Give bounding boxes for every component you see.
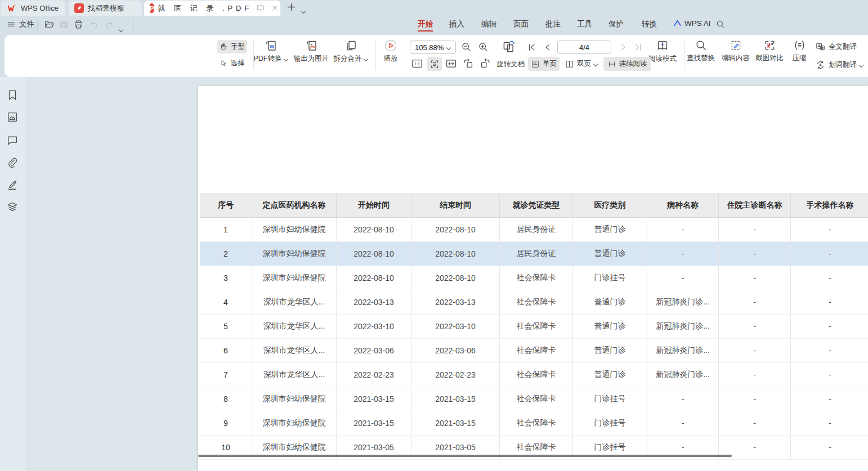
table-cell: 9	[200, 411, 252, 436]
column-header: 序号	[200, 193, 252, 218]
medical-records-table: 序号定点医药机构名称开始时间结束时间就诊凭证类型医疗类别病种名称住院主诊断名称手…	[200, 193, 868, 460]
wps-logo-icon	[7, 3, 17, 14]
comment-icon[interactable]	[6, 134, 19, 146]
split-merge-button[interactable]: 拆分合并	[332, 39, 369, 64]
table-cell: -	[719, 218, 791, 242]
export-image-button[interactable]: 输出为图片	[292, 39, 331, 64]
thumbnail-icon[interactable]	[6, 111, 19, 123]
actual-size-icon[interactable]: 1:1	[411, 58, 423, 69]
quickbar-chevron-icon[interactable]	[119, 28, 123, 32]
rotate-left-icon[interactable]	[462, 57, 475, 70]
table-cell: 普通门诊	[573, 363, 647, 387]
menu-item-edit[interactable]: 编辑	[480, 19, 498, 29]
play-button[interactable]: 播放	[378, 39, 403, 64]
tab-document-active[interactable]: P 就 医 记 录 .PDF	[144, 1, 280, 16]
tab-docer[interactable]: 找稻壳模板	[69, 1, 142, 16]
menu-item-insert[interactable]: 插入	[448, 19, 466, 29]
new-tab-icon[interactable]	[286, 2, 297, 12]
zoom-level-combo[interactable]: 105.88%	[410, 41, 456, 54]
table-row[interactable]: 1深圳市妇幼保健院2022-08-102022-08-10居民身份证普通门诊--…	[200, 218, 868, 242]
menu-item-tools[interactable]: 工具	[576, 19, 593, 29]
page-indicator-input[interactable]	[557, 41, 611, 54]
continuous-read-button[interactable]: 连续阅读	[603, 57, 651, 71]
screenshot-compare-button[interactable]: 截图对比	[753, 39, 786, 63]
save-icon[interactable]	[59, 19, 69, 30]
table-row[interactable]: 5深圳市龙华区人...2022-03-102022-03-10社会保障卡普通门诊…	[200, 315, 868, 339]
divider	[375, 41, 376, 70]
table-cell: 普通门诊	[573, 290, 647, 315]
fit-width-icon[interactable]	[445, 58, 457, 69]
zoom-in-icon[interactable]	[477, 41, 489, 53]
full-translate-button[interactable]: A 全文翻译	[815, 40, 857, 53]
single-page-button[interactable]: 单页	[528, 57, 560, 71]
menu-item-home[interactable]: 开始	[417, 19, 434, 29]
tab-wps-office[interactable]: WPS Office	[1, 1, 65, 16]
replace-page-icon[interactable]	[501, 39, 516, 54]
last-page-icon[interactable]	[633, 42, 643, 52]
select-tool-button[interactable]: 选择	[217, 56, 247, 70]
layers-icon[interactable]	[6, 201, 19, 213]
hand-tool-button[interactable]: 手型	[217, 40, 247, 53]
first-page-icon[interactable]	[527, 42, 537, 52]
rotate-doc-label[interactable]: 旋转文档	[496, 60, 525, 69]
table-cell: 3	[200, 266, 252, 290]
table-cell: 2022-02-23	[337, 363, 411, 387]
table-row[interactable]: 7深圳市龙华区人...2022-02-232022-02-23社会保障卡普通门诊…	[200, 363, 868, 387]
table-row[interactable]: 3深圳市妇幼保健院2022-08-102022-08-10社会保障卡门诊挂号--…	[200, 266, 868, 290]
menu-item-comment[interactable]: 批注	[544, 19, 562, 29]
table-cell: 深圳市妇幼保健院	[252, 242, 337, 266]
close-tab-icon[interactable]	[271, 5, 279, 12]
table-cell: 2022-03-06	[411, 339, 500, 363]
table-horizontal-scrollbar[interactable]	[198, 455, 732, 457]
attachment-icon[interactable]	[6, 156, 19, 169]
menu-item-wps-ai[interactable]: WPS AI	[673, 19, 711, 28]
select-tool-label: 选择	[231, 59, 245, 68]
next-page-icon[interactable]	[618, 42, 628, 52]
tab-bar: WPS Office 找稻壳模板 P 就 医 记 录 .PDF	[0, 0, 868, 16]
table-row[interactable]: 4深圳市龙华区人...2022-03-132022-03-13社会保障卡普通门诊…	[200, 290, 868, 315]
pdf-convert-button[interactable]: W PDF转换	[252, 39, 289, 64]
tab-list-chevron-icon[interactable]	[302, 9, 306, 13]
table-row[interactable]: 2深圳市妇幼保健院2022-08-102022-08-10居民身份证普通门诊--…	[200, 242, 868, 266]
table-cell: -	[791, 242, 868, 266]
edit-content-button[interactable]: 编辑内容	[719, 39, 752, 63]
word-translate-button[interactable]: A 划词翻译	[815, 58, 863, 71]
edit-content-icon	[730, 39, 742, 52]
annotate-pen-icon[interactable]	[6, 178, 19, 191]
wps-ai-icon	[673, 19, 682, 28]
compress-button[interactable]: 压缩	[788, 39, 811, 63]
fit-page-button[interactable]	[427, 57, 442, 71]
table-row[interactable]: 9深圳市妇幼保健院2021-03-152021-03-15社会保障卡门诊挂号--…	[200, 411, 868, 436]
menu-item-protect[interactable]: 保护	[607, 19, 625, 29]
table-cell: 居民身份证	[500, 218, 573, 242]
open-folder-icon[interactable]	[44, 19, 55, 30]
table-cell: 2022-08-10	[411, 266, 500, 290]
previous-page-icon[interactable]	[543, 42, 553, 52]
table-cell: -	[647, 242, 719, 266]
file-menu[interactable]: 文件	[7, 19, 34, 29]
word-translate-icon: A	[815, 60, 826, 70]
menu-item-convert[interactable]: 转换	[641, 19, 658, 29]
divider	[133, 20, 134, 30]
table-row[interactable]: 6深圳市龙华区人...2022-03-062022-03-06社会保障卡普通门诊…	[200, 339, 868, 363]
bookmark-icon[interactable]	[6, 89, 19, 101]
table-row[interactable]: 8深圳市妇幼保健院2021-03-152021-03-15社会保障卡门诊挂号--…	[200, 387, 868, 411]
redo-icon[interactable]	[104, 20, 114, 30]
find-replace-button[interactable]: 查找替换	[684, 39, 717, 63]
double-page-button[interactable]: 双页	[563, 57, 600, 71]
table-cell: 2022-03-10	[337, 315, 411, 339]
menu-item-page[interactable]: 页面	[512, 19, 530, 29]
print-icon[interactable]	[73, 19, 84, 30]
zoom-combo-chevron-icon	[447, 46, 451, 50]
undo-icon[interactable]	[89, 20, 99, 30]
table-cell: -	[647, 218, 719, 242]
table-header-row: 序号定点医药机构名称开始时间结束时间就诊凭证类型医疗类别病种名称住院主诊断名称手…	[200, 193, 868, 218]
rotate-right-icon[interactable]	[479, 57, 491, 70]
menu-search-icon[interactable]	[715, 19, 726, 29]
column-header: 住院主诊断名称	[719, 193, 791, 218]
table-cell: 2022-03-13	[411, 290, 500, 315]
zoom-out-icon[interactable]	[460, 41, 472, 53]
monitor-icon[interactable]	[256, 4, 265, 12]
screenshot-compare-icon	[763, 39, 776, 52]
word-translate-chevron-icon	[860, 63, 863, 67]
